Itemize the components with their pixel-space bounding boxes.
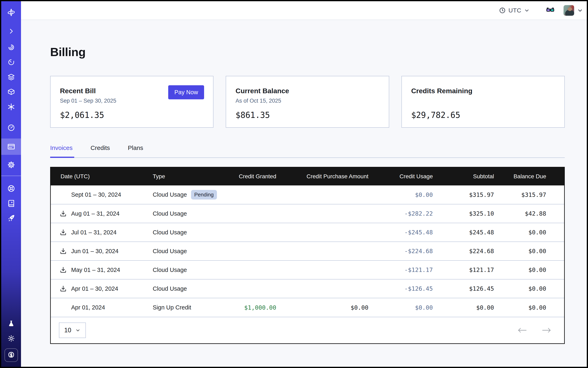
glasses-icon[interactable] bbox=[546, 5, 555, 16]
col-date: Date (UTC) bbox=[51, 167, 145, 185]
dollar-badge-icon[interactable] bbox=[4, 349, 18, 362]
table-row[interactable]: Apr 01 – 30, 2024 Cloud Usage -$126.45 $… bbox=[51, 279, 564, 298]
table-footer: 10 bbox=[51, 317, 564, 343]
avatar[interactable] bbox=[563, 5, 574, 16]
main-content: Billing Recent Bill Sep 01 – Sep 30, 202… bbox=[21, 20, 588, 367]
invoice-type: Cloud Usage bbox=[153, 191, 187, 198]
card-amount: $2,061.35 bbox=[60, 110, 204, 120]
subtotal-value: $245.48 bbox=[442, 223, 503, 242]
credit-purchase-value bbox=[285, 260, 377, 279]
chevron-down-icon bbox=[524, 8, 530, 13]
invoice-date: Sept 01 – 30, 2024 bbox=[71, 191, 121, 198]
credit-granted-value bbox=[226, 223, 285, 242]
topbar: UTC bbox=[21, 1, 588, 20]
pay-now-button[interactable]: Pay Now bbox=[168, 85, 204, 99]
cube-icon[interactable] bbox=[7, 87, 16, 96]
table-row[interactable]: Jul 01 – 31, 2024 Cloud Usage -$245.48 $… bbox=[51, 223, 564, 242]
credit-granted-value: $1,000.00 bbox=[226, 298, 285, 317]
balance-due-value: $0.00 bbox=[503, 279, 564, 298]
credit-granted-value bbox=[226, 185, 285, 204]
table-row[interactable]: Apr 01, 2024 Sign Up Credit $1,000.00 $0… bbox=[51, 298, 564, 317]
download-invoice-icon[interactable] bbox=[60, 229, 67, 236]
credit-granted-value bbox=[226, 204, 285, 223]
logo-orbit-icon[interactable] bbox=[7, 8, 16, 17]
clock-icon bbox=[499, 7, 506, 14]
asterisk-icon[interactable] bbox=[7, 102, 16, 111]
subtotal-value: $121.17 bbox=[442, 260, 503, 279]
invoice-type: Cloud Usage bbox=[153, 267, 187, 273]
invoice-date: Apr 01, 2024 bbox=[71, 304, 105, 311]
balance-due-value: $0.00 bbox=[503, 223, 564, 242]
tab-invoices[interactable]: Invoices bbox=[50, 144, 74, 158]
table-row[interactable]: Jun 01 – 30, 2024 Cloud Usage -$224.68 $… bbox=[51, 242, 564, 260]
timezone-label: UTC bbox=[508, 7, 521, 14]
layers-icon[interactable] bbox=[7, 73, 16, 82]
balance-due-value: $0.00 bbox=[503, 298, 564, 317]
gauge-icon[interactable] bbox=[7, 123, 16, 132]
card-title: Current Balance bbox=[235, 87, 379, 95]
card-amount: $29,782.65 bbox=[411, 110, 555, 120]
credit-purchase-value bbox=[285, 242, 377, 260]
invoice-table-body: Sept 01 – 30, 2024 Cloud Usage Pending $… bbox=[51, 185, 564, 317]
invoice-date: Jun 01 – 30, 2024 bbox=[71, 248, 118, 255]
credit-purchase-value: $0.00 bbox=[285, 298, 377, 317]
card-subtitle: As of Oct 15, 2025 bbox=[235, 98, 379, 105]
spiral-icon[interactable] bbox=[7, 43, 16, 52]
col-type: Type bbox=[145, 167, 226, 185]
invoice-date: Aug 01 – 31, 2024 bbox=[71, 210, 119, 217]
rocket-icon[interactable] bbox=[7, 213, 16, 223]
invoice-type: Cloud Usage bbox=[153, 210, 187, 217]
gear-icon[interactable] bbox=[7, 160, 16, 169]
invoice-type: Cloud Usage bbox=[153, 285, 187, 292]
invoice-type: Sign Up Credit bbox=[153, 304, 191, 311]
credit-purchase-value bbox=[285, 223, 377, 242]
billing-card-icon[interactable] bbox=[1, 138, 21, 155]
credit-usage-value: -$245.48 bbox=[377, 223, 442, 242]
table-row[interactable]: Sept 01 – 30, 2024 Cloud Usage Pending $… bbox=[51, 185, 564, 204]
download-invoice-icon[interactable] bbox=[60, 210, 67, 217]
credit-usage-value: $0.00 bbox=[377, 185, 442, 204]
table-row[interactable]: Aug 01 – 31, 2024 Cloud Usage -$282.22 $… bbox=[51, 204, 564, 223]
table-header: Date (UTC) Type Credit Granted Credit Pu… bbox=[51, 167, 564, 185]
credit-purchase-value bbox=[285, 185, 377, 204]
tab-credits[interactable]: Credits bbox=[90, 144, 111, 158]
sun-icon[interactable] bbox=[7, 334, 16, 343]
timezone-selector[interactable]: UTC bbox=[499, 7, 530, 14]
subtotal-value: $224.68 bbox=[442, 242, 503, 260]
credit-usage-value: -$121.17 bbox=[377, 260, 442, 279]
timer-icon[interactable] bbox=[7, 57, 16, 67]
credit-granted-value bbox=[226, 260, 285, 279]
expand-chevron-icon[interactable] bbox=[7, 27, 16, 36]
credit-granted-value bbox=[226, 242, 285, 260]
col-balance-due: Balance Due bbox=[503, 167, 564, 185]
credit-purchase-value bbox=[285, 204, 377, 223]
invoices-table: Date (UTC) Type Credit Granted Credit Pu… bbox=[50, 167, 565, 344]
download-invoice-icon[interactable] bbox=[60, 248, 67, 255]
download-invoice-icon[interactable] bbox=[60, 285, 67, 292]
subtotal-value: $315.97 bbox=[442, 185, 503, 204]
flask-icon[interactable] bbox=[7, 319, 16, 328]
invoice-date: Jul 01 – 31, 2024 bbox=[71, 229, 117, 236]
subtotal-value: $325.10 bbox=[442, 204, 503, 223]
sidebar-divider bbox=[1, 176, 21, 176]
summary-cards: Recent Bill Sep 01 – Sep 30, 2025 $2,061… bbox=[50, 76, 565, 128]
card-subtitle bbox=[411, 98, 555, 105]
account-chevron-down-icon[interactable] bbox=[577, 7, 583, 13]
sidebar-bottom-group bbox=[4, 319, 18, 367]
wheel-icon[interactable] bbox=[7, 184, 16, 193]
credit-purchase-value bbox=[285, 279, 377, 298]
current-balance-card: Current Balance As of Oct 15, 2025 $861.… bbox=[226, 76, 389, 128]
next-page-arrow[interactable] bbox=[542, 327, 552, 333]
page-size-select[interactable]: 10 bbox=[59, 322, 86, 338]
tab-plans[interactable]: Plans bbox=[128, 144, 145, 158]
credit-granted-value bbox=[226, 279, 285, 298]
table-row[interactable]: May 01 – 31, 2024 Cloud Usage -$121.17 $… bbox=[51, 260, 564, 279]
credit-usage-value: $0.00 bbox=[377, 298, 442, 317]
card-amount: $861.35 bbox=[235, 110, 379, 120]
docs-book-icon[interactable] bbox=[7, 199, 16, 208]
previous-page-arrow[interactable] bbox=[517, 327, 527, 333]
credit-usage-value: -$224.68 bbox=[377, 242, 442, 260]
download-invoice-icon[interactable] bbox=[60, 267, 67, 273]
col-subtotal: Subtotal bbox=[442, 167, 503, 185]
invoice-date: May 01 – 31, 2024 bbox=[71, 267, 120, 273]
